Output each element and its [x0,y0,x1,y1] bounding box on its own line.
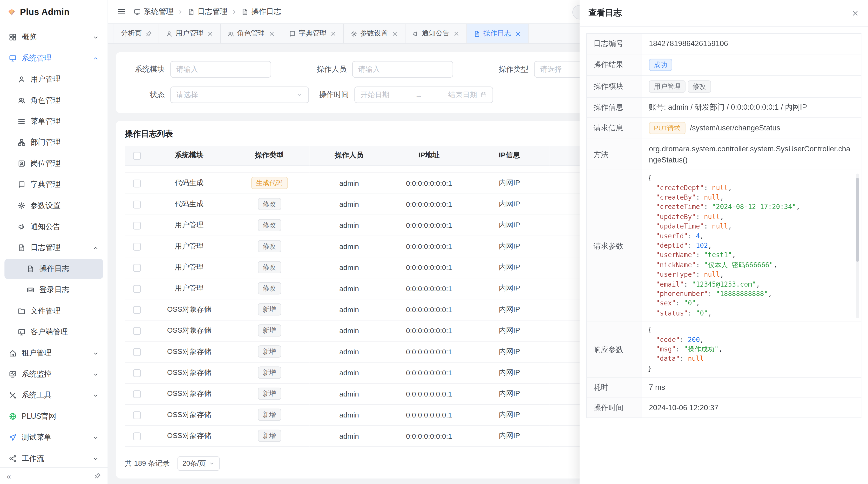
tab-notice[interactable]: 通知公告 [405,24,467,43]
column-header[interactable]: IP地址 [389,146,469,165]
app-logo[interactable]: Plus Admin [0,0,107,24]
close-tab-icon[interactable] [391,30,398,37]
row-checkbox[interactable] [125,215,149,235]
row-checkbox[interactable] [125,278,149,299]
sidebar-item-tenant-management[interactable]: 租户管理 [4,343,103,363]
detail-value-info: 账号: admin / 研发部门 / 0:0:0:0:0:0:0:1 / 内网I… [642,97,861,118]
tab-param-settings[interactable]: 参数设置 [344,24,405,43]
doc-edit-icon [18,244,26,252]
detail-row-info: 操作信息账号: admin / 研发部门 / 0:0:0:0:0:0:0:1 /… [587,97,861,118]
cell-operator: admin [310,320,389,341]
column-header[interactable]: IP信息 [469,146,550,165]
row-checkbox[interactable] [125,362,149,383]
json-code-block[interactable]: { "createDept": null, "createBy": null, … [648,174,855,318]
cell-ip: 0:0:0:0:0:0:0:1 [389,236,469,257]
operation-type-tag: 新增 [257,430,281,442]
sidebar-item-overview[interactable]: 概览 [4,27,103,47]
sidebar-item-client-management[interactable]: 客户端管理 [4,322,103,342]
sidebar-item-workflow[interactable]: 工作流 [4,449,103,467]
sidebar-item-system-tools[interactable]: 系统工具 [4,385,103,406]
tab-dict-management[interactable]: 字典管理 [282,24,344,43]
sidebar-item-test-menu[interactable]: 测试菜单 [4,428,103,448]
sidebar-item-notice[interactable]: 通知公告 [4,217,103,237]
doc-icon [27,265,34,273]
scrollbar-thumb[interactable] [856,178,859,262]
row-checkbox[interactable] [125,194,149,215]
sidebar-item-dict-management[interactable]: 字典管理 [4,175,103,195]
detail-label-request: 请求信息 [587,118,642,139]
row-checkbox[interactable] [125,404,149,425]
code-scrollbar[interactable] [856,174,859,318]
close-tab-icon[interactable] [330,30,337,37]
operation-type-tag: 修改 [257,198,281,210]
filter-label: 操作类型 [489,64,529,74]
tab-user-management[interactable]: 用户管理 [159,24,220,43]
breadcrumb-item-log-management[interactable]: 日志管理 [188,7,227,17]
hamburger-icon[interactable] [117,7,126,16]
breadcrumb-item-system-management[interactable]: 系统管理 [133,7,174,17]
column-header[interactable]: 操作人员 [310,146,389,165]
megaphone-icon [18,223,26,231]
detail-row-op-time: 操作时间2024-10-06 12:20:37 [587,398,861,418]
sidebar-item-file-management[interactable]: 文件管理 [4,301,103,321]
collapse-sidebar-icon[interactable]: « [7,472,11,480]
row-checkbox[interactable] [125,236,149,257]
client-icon [18,328,26,336]
close-tab-icon[interactable] [207,30,213,37]
sidebar-item-role-management[interactable]: 角色管理 [4,90,103,110]
chevron-up-icon [93,245,99,251]
chevron-up-icon [93,55,99,61]
tab-analysis[interactable]: 分析页 [114,24,159,43]
row-checkbox[interactable] [125,383,149,404]
close-tab-icon[interactable] [515,30,521,37]
sidebar-item-label: 参数设置 [31,201,99,211]
page-size-select[interactable]: 20条/页 [178,456,220,471]
sidebar-item-user-management[interactable]: 用户管理 [4,69,103,90]
sidebar-item-menu-management[interactable]: 菜单管理 [4,111,103,131]
close-tab-icon[interactable] [268,30,275,37]
gear-icon [350,30,357,37]
sidebar-item-operation-log[interactable]: 操作日志 [4,259,103,279]
select-all-checkbox[interactable] [125,146,149,165]
cell-operator: admin [310,425,389,446]
sidebar-item-dept-management[interactable]: 部门管理 [4,133,103,153]
doc-icon [473,30,480,37]
close-icon[interactable] [851,9,859,17]
user-icon [18,75,26,83]
sidebar-item-label: 岗位管理 [31,159,99,168]
filter-field-operation-time: 操作时间开始日期→结束日期 [309,87,493,103]
operation-time-daterange[interactable]: 开始日期→结束日期 [354,87,493,103]
operation-type-tag: 新增 [257,366,281,379]
total-records: 共 189 条记录 [125,458,170,468]
pin-icon[interactable] [145,30,152,37]
sidebar-item-login-log[interactable]: 登录日志 [4,280,103,300]
sidebar-item-post-management[interactable]: 岗位管理 [4,154,103,173]
detail-row-method: 方法org.dromara.system.controller.system.S… [587,139,861,170]
row-checkbox[interactable] [125,425,149,446]
sidebar-item-plus-website[interactable]: PLUS官网 [4,407,103,426]
row-checkbox[interactable] [125,320,149,341]
user-icon [166,30,173,37]
cell-operator: admin [310,194,389,215]
row-checkbox[interactable] [125,299,149,320]
tab-operation-log[interactable]: 操作日志 [467,24,528,43]
chevron-down-icon [93,350,99,356]
row-checkbox[interactable] [125,172,149,193]
column-header[interactable]: 操作类型 [229,146,310,165]
row-checkbox[interactable] [125,341,149,362]
status-select[interactable]: 请选择 [170,87,309,103]
pin-sidebar-icon[interactable] [94,473,101,480]
sidebar-item-log-management[interactable]: 日志管理 [4,238,103,258]
system-module-input[interactable]: 请输入 [170,61,271,77]
sidebar: Plus Admin 概览系统管理用户管理角色管理菜单管理部门管理岗位管理字典管… [0,0,108,484]
tab-role-management[interactable]: 角色管理 [220,24,282,43]
breadcrumb-item-operation-log[interactable]: 操作日志 [241,7,281,17]
sidebar-item-system-monitor[interactable]: 系统监控 [4,364,103,384]
column-header[interactable]: 系统模块 [149,146,229,165]
row-checkbox[interactable] [125,257,149,278]
sidebar-item-system-management[interactable]: 系统管理 [4,48,103,68]
sidebar-item-param-settings[interactable]: 参数设置 [4,196,103,216]
close-tab-icon[interactable] [453,30,460,37]
operator-input[interactable]: 请输入 [352,61,453,77]
filter-field-status: 状态请选择 [125,87,309,103]
